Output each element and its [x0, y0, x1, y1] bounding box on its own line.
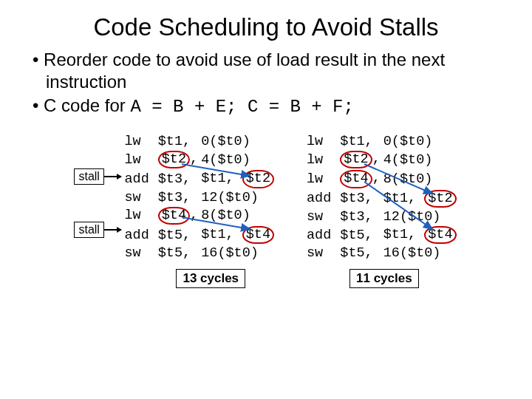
- arg-1: $t3,: [338, 208, 381, 225]
- arg-2: $t1, $t4: [382, 225, 458, 245]
- arg-2: $t1, $t4: [200, 225, 276, 245]
- code-row: add$t5,$t1, $t4: [123, 225, 276, 245]
- opcode: sw: [123, 245, 156, 262]
- arg-1: $t3,: [157, 169, 200, 188]
- stall-label-2: stall: [74, 222, 103, 238]
- opcode: add: [123, 169, 156, 188]
- arg-1: $t4,: [338, 169, 381, 188]
- code-row: sw$t3,12($t0): [123, 189, 276, 206]
- code-row: add$t3,$t1, $t2: [305, 189, 458, 208]
- stall-label-1: stall: [74, 168, 103, 185]
- right-column: lw$t1,0($t0)lw$t2,4($t0)lw$t4,8($t0)add$…: [305, 133, 458, 288]
- stall-annotations: stall stall: [74, 133, 123, 136]
- opcode: add: [305, 225, 338, 245]
- left-column: stall stall lw$t1,0($t0)lw$t2,4($t0)add$…: [74, 133, 276, 288]
- arg-1: $t1,: [157, 133, 200, 150]
- arg-2: 4($t0): [200, 150, 276, 169]
- opcode: add: [305, 189, 338, 208]
- code-row: sw$t5,16($t0): [123, 245, 276, 262]
- arg-1: $t5,: [157, 245, 200, 262]
- bullet-list: Reorder code to avoid use of load result…: [33, 49, 505, 118]
- arg-1: $t5,: [338, 225, 381, 245]
- opcode: lw: [305, 169, 338, 188]
- arg-1: $t5,: [338, 245, 381, 262]
- code-row: lw$t2,4($t0): [305, 150, 458, 169]
- arg-2: 12($t0): [200, 189, 276, 206]
- arg-2: 0($t0): [382, 133, 458, 150]
- opcode: lw: [305, 150, 338, 169]
- code-row: add$t3,$t1, $t2: [123, 169, 276, 188]
- arg-2: 4($t0): [382, 150, 458, 169]
- stall-arrow-2: [103, 229, 121, 231]
- slide-title: Code Scheduling to Avoid Stalls: [27, 13, 505, 41]
- code-right: lw$t1,0($t0)lw$t2,4($t0)lw$t4,8($t0)add$…: [305, 133, 458, 262]
- code-left: lw$t1,0($t0)lw$t2,4($t0)add$t3,$t1, $t2s…: [123, 133, 276, 262]
- arg-2: 16($t0): [382, 245, 458, 262]
- arg-1: $t1,: [338, 133, 381, 150]
- code-row: sw$t5,16($t0): [305, 245, 458, 262]
- arg-1: $t3,: [157, 189, 200, 206]
- arg-2: 16($t0): [200, 245, 276, 262]
- arg-1: $t2,: [157, 150, 200, 169]
- opcode: lw: [123, 133, 156, 150]
- opcode: lw: [123, 150, 156, 169]
- arg-1: $t3,: [338, 189, 381, 208]
- code-row: lw$t2,4($t0): [123, 150, 276, 169]
- opcode: lw: [123, 206, 156, 225]
- arg-2: 8($t0): [200, 206, 276, 225]
- cycles-right: 11 cycles: [349, 269, 419, 288]
- arg-1: $t2,: [338, 150, 381, 169]
- arg-2: 0($t0): [200, 133, 276, 150]
- bullet-2: C code for A = B + E; C = B + F;: [33, 95, 505, 118]
- code-row: lw$t4,8($t0): [123, 206, 276, 225]
- code-row: sw$t3,12($t0): [305, 208, 458, 225]
- arg-1: $t4,: [157, 206, 200, 225]
- bullet-2-prefix: C code for: [44, 95, 130, 115]
- bullet-1: Reorder code to avoid use of load result…: [33, 49, 505, 93]
- arg-2: $t1, $t2: [200, 169, 276, 188]
- code-row: lw$t1,0($t0): [305, 133, 458, 150]
- code-row: add$t5,$t1, $t4: [305, 225, 458, 245]
- opcode: sw: [305, 245, 338, 262]
- opcode: sw: [123, 189, 156, 206]
- stall-arrow-1: [103, 176, 121, 177]
- arg-2: 12($t0): [382, 208, 458, 225]
- code-row: lw$t4,8($t0): [305, 169, 458, 188]
- cycles-left: 13 cycles: [176, 269, 245, 288]
- arg-1: $t5,: [157, 225, 200, 245]
- opcode: lw: [305, 133, 338, 150]
- opcode: sw: [305, 208, 338, 225]
- arg-2: $t1, $t2: [382, 189, 458, 208]
- opcode: add: [123, 225, 156, 245]
- bullet-2-code: A = B + E; C = B + F;: [130, 97, 353, 117]
- arg-2: 8($t0): [382, 169, 458, 188]
- code-row: lw$t1,0($t0): [123, 133, 276, 150]
